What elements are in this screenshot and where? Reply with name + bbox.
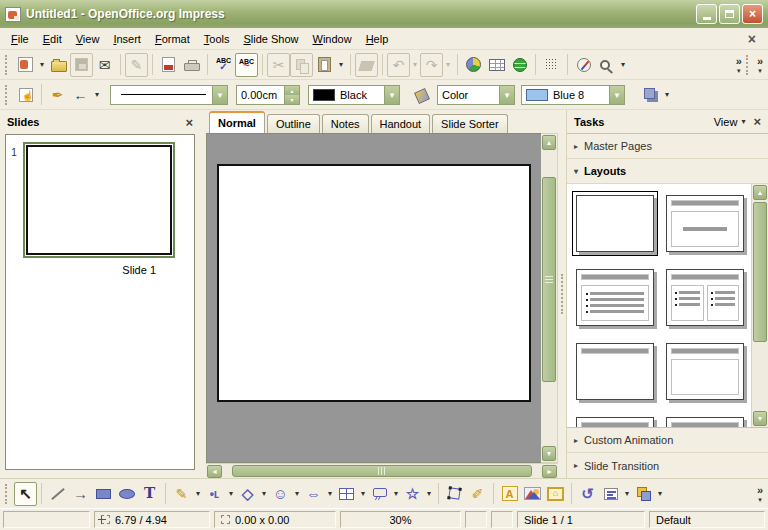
line-color-select-arrow[interactable]: ▾ [384,86,399,104]
new-dropdown[interactable]: ▾ [37,60,47,69]
rotate-button[interactable]: ↺ [576,482,599,506]
slide-item-1[interactable]: 1 [6,145,194,255]
close-button[interactable]: × [742,4,763,24]
line-width-spinner[interactable]: ▴ ▾ [284,86,299,104]
tab-notes[interactable]: Notes [322,114,369,133]
document-close-icon[interactable]: × [748,31,756,47]
section-master-pages[interactable]: ▸ Master Pages [567,134,768,159]
drawing-overflow-button[interactable]: »▾ [757,485,763,503]
block-arrows-button[interactable]: ⇔ [302,482,325,506]
arrow-style-dropdown[interactable]: ▾ [92,90,102,99]
arrow-tool-button[interactable]: → [69,482,92,506]
line-toolbar-grip[interactable] [5,85,9,105]
alignment-dropdown[interactable]: ▾ [622,489,632,498]
paste-button[interactable] [313,53,336,77]
menu-format[interactable]: Format [148,30,197,48]
slide-page[interactable] [217,164,531,402]
text-tool-button[interactable]: T [138,482,161,506]
layouts-scroll-up-icon[interactable]: ▴ [753,185,767,200]
menu-slideshow[interactable]: Slide Show [236,30,305,48]
stars-dropdown[interactable]: ▾ [424,489,434,498]
layout-title-grid[interactable] [666,417,744,427]
scroll-up-icon[interactable]: ▴ [542,135,556,150]
line-style-select-arrow[interactable]: ▾ [212,86,227,104]
menu-tools[interactable]: Tools [197,30,237,48]
stars-button[interactable]: ☆ [401,482,424,506]
hyperlink-button[interactable] [508,53,531,77]
email-button[interactable]: ✉ [93,53,116,77]
section-custom-animation[interactable]: ▸ Custom Animation [567,428,768,453]
alignment-button[interactable] [599,482,622,506]
menu-edit[interactable]: Edit [36,30,69,48]
toolbar-overflow-button[interactable]: »▾ [736,56,742,74]
tasks-view-button[interactable]: View [714,116,738,128]
menu-window[interactable]: Window [306,30,359,48]
arrow-style-button[interactable]: ← [69,83,92,107]
flowchart-button[interactable] [335,482,358,506]
display-grid-button[interactable] [540,53,563,77]
zoom-button[interactable] [595,53,618,77]
layout-title-two-content[interactable] [666,269,744,326]
line-color-select[interactable]: Black ▾ [308,85,400,105]
select-tool-button[interactable]: ↖ [14,482,37,506]
new-document-button[interactable] [14,53,37,77]
fill-type-select-arrow[interactable]: ▾ [499,86,514,104]
slide-canvas[interactable] [206,133,541,463]
redo-dropdown[interactable]: ▾ [443,60,453,69]
arrange-button[interactable] [632,482,655,506]
toolbar-grip[interactable] [5,55,9,75]
toolbar-overflow-button-2[interactable]: »▾ [757,56,763,74]
layout-title-2rows[interactable] [576,417,654,427]
paste-dropdown[interactable]: ▾ [336,60,346,69]
shadow-button[interactable] [639,83,662,107]
symbol-shapes-button[interactable]: ☺ [269,482,292,506]
symbol-shapes-dropdown[interactable]: ▾ [292,489,302,498]
layout-title-only[interactable] [576,343,654,400]
menu-help[interactable]: Help [359,30,396,48]
cut-button[interactable]: ✂ [267,53,290,77]
curve-dropdown[interactable]: ▾ [193,489,203,498]
zoom-dropdown[interactable]: ▾ [618,60,628,69]
slides-list[interactable]: 1 Slide 1 [5,134,195,470]
redo-button[interactable]: ↷ [420,53,443,77]
vertical-scrollbar[interactable]: ▴ ▾ [541,133,558,463]
block-arrows-dropdown[interactable]: ▾ [325,489,335,498]
page-style-cell[interactable]: Default [649,511,765,528]
glue-points-button[interactable]: ✐ [466,482,489,506]
zoom-level-cell[interactable]: 30% [340,511,461,528]
line-toolbar-overflow[interactable]: ▾ [662,90,672,99]
connector-dropdown[interactable]: ▾ [226,489,236,498]
basic-shapes-button[interactable]: ◇ [236,482,259,506]
open-button[interactable] [47,53,70,77]
section-layouts[interactable]: ▾ Layouts [567,159,768,184]
scroll-down-icon[interactable]: ▾ [542,446,556,461]
navigator-button[interactable] [572,53,595,77]
scroll-left-icon[interactable]: ◂ [207,465,222,478]
horizontal-scroll-thumb[interactable] [232,465,532,477]
copy-button[interactable] [290,53,313,77]
ellipse-tool-button[interactable] [115,482,138,506]
edit-points-mode-button[interactable]: ☝ [14,83,37,107]
edit-file-button[interactable]: ✎ [125,53,148,77]
edit-points-button[interactable] [443,482,466,506]
menu-file[interactable]: File [4,30,36,48]
spin-down-icon[interactable]: ▾ [285,95,299,104]
fill-color-select-arrow[interactable]: ▾ [609,86,624,104]
spellcheck-button[interactable]: ABC✓ [212,53,235,77]
layout-centered-content[interactable] [666,343,744,400]
tab-normal[interactable]: Normal [209,111,265,133]
flowchart-dropdown[interactable]: ▾ [358,489,368,498]
fill-button[interactable] [410,83,433,107]
canvas-tasks-splitter[interactable] [558,110,566,478]
slides-panel-close-icon[interactable]: × [185,115,193,130]
fill-color-select[interactable]: Blue 8 ▾ [521,85,625,105]
print-button[interactable] [180,53,203,77]
connector-tool-button[interactable]: •ʟ [203,482,226,506]
line-tool-button[interactable] [46,482,69,506]
line-width-field[interactable]: 0.00cm ▴ ▾ [236,85,300,105]
autospellcheck-button[interactable]: ABC~ [235,53,258,77]
layouts-scroll-down-icon[interactable]: ▾ [753,411,767,426]
line-style-button[interactable]: ✒ [46,83,69,107]
fontwork-button[interactable]: A [498,482,521,506]
menu-view[interactable]: View [69,30,107,48]
